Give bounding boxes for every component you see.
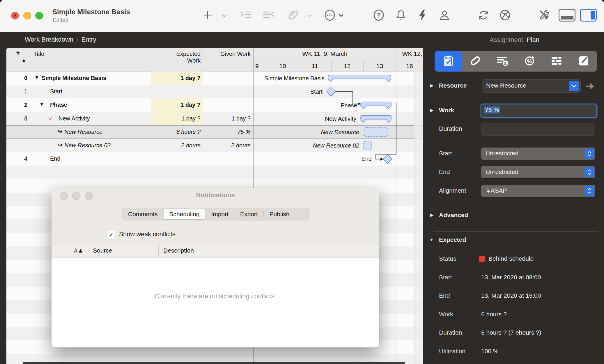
column-header-num[interactable]: # <box>16 50 20 57</box>
inspector-tab-task-info[interactable] <box>435 51 462 72</box>
start-stepper-icon[interactable] <box>584 149 594 159</box>
end-constraint-popup[interactable]: Unrestricted <box>481 166 595 178</box>
task-title[interactable]: New Resource 02 <box>64 142 111 149</box>
inspector-tab-dependencies[interactable] <box>462 51 489 72</box>
conflicts-column-source[interactable]: Source <box>93 247 112 254</box>
resource-section-label[interactable]: Resource <box>439 82 467 89</box>
advanced-section-label[interactable]: Advanced <box>439 212 468 219</box>
advanced-disclosure-icon[interactable]: ▶ <box>430 212 434 218</box>
column-header-given-work[interactable]: Given Work <box>203 51 251 57</box>
dialog-tab-scheduling[interactable]: Scheduling <box>164 209 206 219</box>
disclosure-triangle-icon[interactable]: ▼ <box>34 75 39 81</box>
expected-section-label[interactable]: Expected <box>439 236 466 243</box>
gantt-group-bar[interactable] <box>361 116 391 122</box>
conflicts-column-num[interactable]: #▲ <box>57 247 84 254</box>
end-constraint-label: End <box>439 168 450 175</box>
expected-work-value[interactable]: 1 day ? <box>151 75 201 81</box>
resource-dropdown-chevron-icon[interactable] <box>569 81 579 91</box>
add-chevron-icon[interactable] <box>222 14 227 17</box>
disclosure-triangle-icon[interactable]: ▼ <box>39 102 44 107</box>
day-header[interactable]: 13 <box>363 63 396 70</box>
end-stepper-icon[interactable] <box>584 167 594 177</box>
given-work-value[interactable]: 2 hours <box>203 142 251 149</box>
disclosure-triangle-icon[interactable]: ▽ <box>48 115 52 121</box>
outdent-button[interactable] <box>263 11 274 19</box>
gantt-group-bar[interactable] <box>361 102 391 109</box>
task-title[interactable]: New Activity <box>59 115 90 122</box>
close-button[interactable] <box>11 12 19 19</box>
gantt-timeline-header[interactable]: WK 11, 9. MarchWK 12,91011121316 <box>254 48 423 72</box>
breadcrumb-current[interactable]: Entry <box>81 36 96 43</box>
breadcrumb-section[interactable]: Work Breakdown <box>25 36 73 43</box>
inspector-tab-notes[interactable] <box>570 51 597 72</box>
show-weak-conflicts-label[interactable]: Show weak conflicts <box>119 231 176 238</box>
work-input[interactable]: 75 % <box>481 104 597 118</box>
attachment-chevron-icon[interactable] <box>307 14 312 17</box>
more-actions-button[interactable] <box>324 9 336 21</box>
task-title[interactable]: New Resource <box>64 129 102 135</box>
dialog-tab-export[interactable]: Export <box>234 209 264 219</box>
day-header[interactable]: 12 <box>331 63 363 70</box>
sort-ascending-icon[interactable]: ▲ <box>22 58 26 63</box>
expected-work-value[interactable]: 1 day ? <box>151 115 201 122</box>
tools-button[interactable] <box>538 9 550 21</box>
gantt-milestone-diamond[interactable] <box>327 87 335 96</box>
zoom-button[interactable] <box>35 12 43 19</box>
day-header[interactable]: 10 <box>267 63 299 70</box>
task-title[interactable]: Start <box>50 88 62 95</box>
assign-arrow-icon[interactable] <box>585 83 594 91</box>
gantt-assignment-bar[interactable] <box>363 141 372 150</box>
dialog-tab-publish[interactable]: Publish <box>264 209 295 219</box>
gantt-group-bar[interactable] <box>328 75 391 82</box>
add-task-button[interactable] <box>202 10 213 20</box>
dialog-tab-import[interactable]: Import <box>205 209 234 219</box>
alignment-stepper-icon[interactable] <box>584 186 594 196</box>
work-disclosure-icon[interactable]: ▶ <box>430 108 434 113</box>
app-window: Simple Milestone Basis Edited ? <box>0 0 604 364</box>
week-header[interactable]: WK 11, 9. March <box>293 50 357 57</box>
day-header[interactable]: 16 <box>396 63 423 70</box>
conflicts-column-description[interactable]: Description <box>163 247 194 254</box>
dialog-title-bar[interactable]: Notifications <box>52 188 379 204</box>
minimize-button[interactable] <box>23 12 31 19</box>
column-header-expected-work[interactable]: ExpectedWork <box>151 51 201 64</box>
resource-disclosure-icon[interactable]: ▶ <box>430 83 434 88</box>
duration-input[interactable] <box>481 123 595 136</box>
attachment-button[interactable] <box>288 10 299 21</box>
dialog-tab-comments[interactable]: Comments <box>122 209 164 219</box>
expected-work-value[interactable]: 1 day ? <box>151 102 201 108</box>
expected-disclosure-icon[interactable]: ▼ <box>429 237 434 242</box>
expected-work-value[interactable]: 6 hours ? <box>151 129 201 135</box>
publish-globe-button[interactable] <box>499 9 511 21</box>
gantt-assignment-bar[interactable] <box>364 128 388 136</box>
sync-button[interactable] <box>478 9 489 21</box>
help-button[interactable]: ? <box>373 9 385 21</box>
inspector-tab-groups[interactable] <box>543 51 570 72</box>
breadcrumb[interactable]: Work Breakdown›Entry <box>25 36 96 43</box>
expected-work-value[interactable]: 2 hours <box>151 142 201 149</box>
indent-button[interactable] <box>240 11 252 19</box>
column-header-title[interactable]: Title <box>33 51 44 57</box>
task-title[interactable]: End <box>50 155 61 162</box>
right-panel-toggle[interactable] <box>580 9 597 22</box>
gantt-scrollbar-track[interactable] <box>414 72 423 364</box>
actions-bolt-button[interactable] <box>418 9 427 21</box>
bottom-panel-toggle[interactable] <box>559 9 575 22</box>
alignment-popup[interactable]: ↳ASAP <box>481 185 595 197</box>
given-work-value[interactable]: 75 % <box>203 129 251 135</box>
inspector-tab-cost[interactable]: $ <box>489 51 516 72</box>
week-header[interactable]: WK 12, <box>380 50 423 57</box>
resources-person-button[interactable] <box>439 9 450 21</box>
start-constraint-popup[interactable]: Unrestricted <box>481 148 595 160</box>
task-title[interactable]: Phase <box>50 102 67 108</box>
task-title[interactable]: Simple Milestone Basis <box>42 75 106 81</box>
more-chevron-icon[interactable] <box>339 14 344 17</box>
notifications-bell-button[interactable] <box>395 9 406 21</box>
resource-dropdown[interactable]: New Resource <box>482 79 581 93</box>
gantt-milestone-diamond[interactable] <box>383 154 392 164</box>
day-header[interactable]: 11 <box>299 63 331 70</box>
inspector-tab-effort[interactable]: % <box>516 51 543 72</box>
work-section-label[interactable]: Work <box>439 107 454 114</box>
show-weak-conflicts-checkbox[interactable]: ✓ <box>107 230 116 239</box>
given-work-value[interactable]: 1 day ? <box>203 115 251 122</box>
